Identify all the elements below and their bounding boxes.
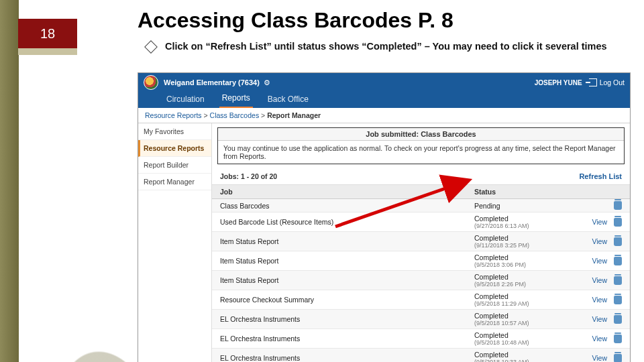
logout-link[interactable]: Log Out xyxy=(600,78,625,86)
job-actions: View xyxy=(575,354,622,363)
job-status: Completed(9/5/2018 10:33 AM) xyxy=(474,351,575,362)
job-actions: View xyxy=(575,218,622,227)
breadcrumb: Resource Reports > Class Barcodes > Repo… xyxy=(138,108,630,123)
crumb-report-manager: Report Manager xyxy=(267,111,321,119)
job-status: Completed(9/11/2018 3:25 PM) xyxy=(474,234,575,249)
job-actions xyxy=(575,201,622,210)
table-row: Item Status ReportCompleted(9/5/2018 2:2… xyxy=(212,271,630,290)
job-status: Completed(9/5/2018 10:48 AM) xyxy=(474,331,575,346)
job-actions: View xyxy=(575,257,622,265)
job-actions: View xyxy=(575,276,622,285)
user-name: JOSEPH YUNE xyxy=(535,79,582,86)
trash-icon[interactable] xyxy=(614,201,622,210)
job-status: Pending xyxy=(474,202,575,210)
view-link[interactable]: View xyxy=(592,296,607,304)
gear-icon[interactable]: ⚙ xyxy=(264,78,270,87)
job-status: Completed(9/5/2018 3:06 PM) xyxy=(474,253,575,268)
job-name: Item Status Report xyxy=(220,257,474,265)
trash-icon[interactable] xyxy=(614,315,622,324)
main-panel: Job submitted: Class Barcodes You may co… xyxy=(212,123,630,362)
diamond-bullet-icon xyxy=(144,40,158,54)
job-status: Completed(9/5/2018 2:26 PM) xyxy=(474,273,575,288)
trash-icon[interactable] xyxy=(614,218,622,227)
table-row: Item Status ReportCompleted(9/5/2018 3:0… xyxy=(212,251,630,271)
slide-bullet-text: Click on “Refresh List” until status sho… xyxy=(165,40,607,54)
sidebar-item-resource-reports[interactable]: Resource Reports xyxy=(138,140,211,157)
main-tabs: Circulation Reports Back Office xyxy=(138,92,630,108)
tab-reports[interactable]: Reports xyxy=(219,90,253,108)
job-status: Completed(9/5/2018 11:29 AM) xyxy=(474,292,575,307)
refresh-list-link[interactable]: Refresh List xyxy=(579,172,622,180)
trash-icon[interactable] xyxy=(614,257,622,265)
tab-circulation[interactable]: Circulation xyxy=(164,92,207,108)
crumb-sep-icon: > xyxy=(261,111,265,119)
slide-number-badge: 18 xyxy=(18,19,77,48)
job-actions: View xyxy=(575,296,622,304)
job-status: Completed(9/5/2018 10:57 AM) xyxy=(474,312,575,326)
tab-back-office[interactable]: Back Office xyxy=(265,92,311,108)
view-link[interactable]: View xyxy=(592,335,607,343)
sidebar: My Favorites Resource Reports Report Bui… xyxy=(138,123,212,362)
jobs-count: Jobs: 1 - 20 of 20 xyxy=(220,172,277,180)
jobs-list: Class BarcodesPendingUsed Barcode List (… xyxy=(212,199,630,362)
job-name: Item Status Report xyxy=(220,276,474,284)
job-submitted-box: Job submitted: Class Barcodes You may co… xyxy=(217,127,625,164)
job-name: EL Orchestra Instruments xyxy=(220,354,474,362)
table-row: Used Barcode List (Resource Items)Comple… xyxy=(212,213,630,232)
jobs-toolbar: Jobs: 1 - 20 of 20 Refresh List xyxy=(212,168,630,185)
job-actions: View xyxy=(575,335,622,343)
job-name: Used Barcode List (Resource Items) xyxy=(220,218,474,226)
job-name: EL Orchestra Instruments xyxy=(220,315,474,323)
sidebar-item-report-builder[interactable]: Report Builder xyxy=(138,157,211,174)
trash-icon[interactable] xyxy=(614,335,622,343)
crumb-resource-reports[interactable]: Resource Reports xyxy=(145,111,202,119)
school-logo-icon xyxy=(144,75,158,90)
job-name: Item Status Report xyxy=(220,237,474,245)
job-status: Completed(9/27/2018 6:13 AM) xyxy=(474,215,575,229)
trash-icon[interactable] xyxy=(614,354,622,363)
slide-title: Accessing Class Barcodes P. 8 xyxy=(138,8,453,33)
col-header-job: Job xyxy=(220,188,474,196)
trash-icon[interactable] xyxy=(614,296,622,304)
job-name: Resource Checkout Summary xyxy=(220,296,474,304)
job-actions: View xyxy=(575,315,622,324)
job-submitted-title: Job submitted: Class Barcodes xyxy=(218,128,624,141)
jobs-header-row: Job Status xyxy=(212,185,630,199)
slide-bullet: Click on “Refresh List” until status sho… xyxy=(146,40,624,54)
trash-icon[interactable] xyxy=(614,237,622,246)
table-row: EL Orchestra InstrumentsCompleted(9/5/20… xyxy=(212,329,630,349)
app-header: Weigand Elementary (7634) ⚙ JOSEPH YUNE … xyxy=(138,73,630,92)
table-row: Class BarcodesPending xyxy=(212,199,630,213)
view-link[interactable]: View xyxy=(592,276,607,284)
job-actions: View xyxy=(575,237,622,246)
view-link[interactable]: View xyxy=(592,257,607,265)
job-submitted-body: You may continue to use the application … xyxy=(218,141,624,164)
view-link[interactable]: View xyxy=(592,218,607,226)
crumb-class-barcodes[interactable]: Class Barcodes xyxy=(210,111,260,119)
sidebar-item-report-manager[interactable]: Report Manager xyxy=(138,174,211,190)
app-screenshot: Weigand Elementary (7634) ⚙ JOSEPH YUNE … xyxy=(138,72,631,362)
table-row: EL Orchestra InstrumentsCompleted(9/5/20… xyxy=(212,349,630,362)
logout-icon[interactable] xyxy=(589,78,597,86)
view-link[interactable]: View xyxy=(592,237,607,245)
school-name: Weigand Elementary (7634) xyxy=(164,78,260,86)
slide-badge-shadow xyxy=(18,48,77,55)
table-row: Item Status ReportCompleted(9/11/2018 3:… xyxy=(212,232,630,251)
view-link[interactable]: View xyxy=(592,354,607,362)
job-name: EL Orchestra Instruments xyxy=(220,335,474,343)
col-header-status: Status xyxy=(474,188,575,196)
view-link[interactable]: View xyxy=(592,315,607,323)
trash-icon[interactable] xyxy=(614,276,622,285)
table-row: EL Orchestra InstrumentsCompleted(9/5/20… xyxy=(212,310,630,329)
crumb-sep-icon: > xyxy=(204,111,208,119)
job-name: Class Barcodes xyxy=(220,202,474,210)
table-row: Resource Checkout SummaryCompleted(9/5/2… xyxy=(212,290,630,310)
sidebar-item-favorites[interactable]: My Favorites xyxy=(138,123,211,140)
